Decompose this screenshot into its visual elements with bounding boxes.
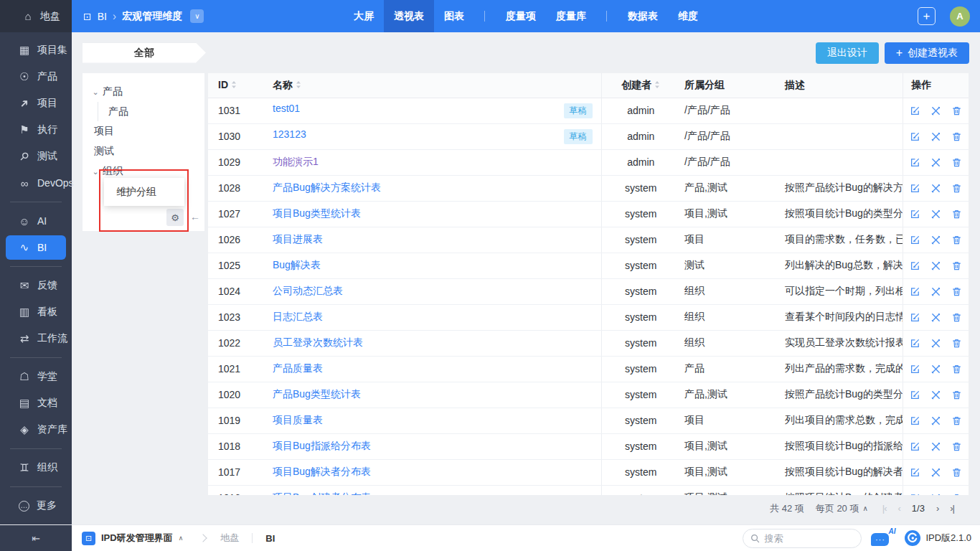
tree-item-project[interactable]: 项目 xyxy=(83,121,204,141)
pivot-name-link[interactable]: 项目质量表 xyxy=(273,414,323,425)
pivot-name-link[interactable]: test01 xyxy=(273,103,300,114)
delete-trash-icon[interactable] xyxy=(951,286,962,297)
next-page-button[interactable]: › xyxy=(936,503,938,514)
design-icon[interactable] xyxy=(930,286,941,297)
dimension-dropdown-button[interactable]: ∨ xyxy=(190,9,204,23)
search-input[interactable] xyxy=(764,533,850,544)
edit-icon[interactable] xyxy=(910,493,920,495)
search-box[interactable] xyxy=(743,529,862,548)
design-icon[interactable] xyxy=(930,338,941,349)
tab-all-groups[interactable]: 全部 xyxy=(83,43,206,63)
first-page-button[interactable]: |‹ xyxy=(882,503,887,514)
sidebar-item-feedback[interactable]: ✉ 反馈 xyxy=(6,273,66,298)
tab-metric-item[interactable]: 度量项 xyxy=(496,0,546,32)
design-icon[interactable] xyxy=(930,467,941,478)
pivot-name-link[interactable]: 项目Bug类型统计表 xyxy=(273,207,361,219)
pivot-name-link[interactable]: Bug解决表 xyxy=(273,259,321,270)
edit-icon[interactable] xyxy=(910,286,920,297)
tab-metric-lib[interactable]: 度量库 xyxy=(546,0,596,32)
sidebar-item-workflow[interactable]: ⇄ 工作流 xyxy=(6,326,66,351)
design-icon[interactable] xyxy=(930,415,941,426)
design-icon[interactable] xyxy=(930,183,941,194)
tab-dashboard-screen[interactable]: 大屏 xyxy=(344,0,384,32)
tree-item-product-child[interactable]: 产品 xyxy=(98,102,204,121)
delete-trash-icon[interactable] xyxy=(951,441,962,452)
delete-trash-icon[interactable] xyxy=(951,157,962,168)
edit-icon[interactable] xyxy=(910,467,920,478)
edit-icon[interactable] xyxy=(910,390,920,400)
sidebar-collapse-button[interactable]: ⇤ xyxy=(0,525,72,551)
create-pivot-button[interactable]: + 创建透视表 xyxy=(885,42,969,64)
pivot-name-link[interactable]: 项目Bug指派给分布表 xyxy=(273,440,371,451)
pivot-name-link[interactable]: 产品Bug解决方案统计表 xyxy=(273,182,381,193)
edit-icon[interactable] xyxy=(910,105,920,116)
delete-trash-icon[interactable] xyxy=(951,467,962,478)
sidebar-item-devops[interactable]: ∞ DevOps xyxy=(6,171,66,195)
design-icon[interactable] xyxy=(930,441,941,452)
sidebar-item-execution[interactable]: ⚑ 执行 xyxy=(6,118,66,142)
prev-page-button[interactable]: ‹ xyxy=(898,503,900,514)
column-header-id[interactable]: ID xyxy=(208,73,264,98)
delete-trash-icon[interactable] xyxy=(951,364,962,375)
design-icon[interactable] xyxy=(930,131,941,142)
design-icon[interactable] xyxy=(930,390,941,400)
edit-icon[interactable] xyxy=(910,415,920,426)
delete-trash-icon[interactable] xyxy=(951,183,962,194)
pivot-name-link[interactable]: 项目Bug创建者分布表 xyxy=(273,491,371,495)
delete-trash-icon[interactable] xyxy=(951,105,962,116)
edit-icon[interactable] xyxy=(910,209,920,220)
sidebar-item-kanban[interactable]: ▥ 看板 xyxy=(6,300,66,324)
sidebar-item-product[interactable]: ☉ 产品 xyxy=(6,65,66,89)
sidebar-item-qa[interactable]: ⚲ 测试 xyxy=(6,144,66,169)
design-icon[interactable] xyxy=(930,235,941,245)
delete-trash-icon[interactable] xyxy=(951,390,962,400)
exit-design-button[interactable]: 退出设计 xyxy=(816,42,879,64)
last-page-button[interactable]: ›| xyxy=(950,503,954,514)
edit-icon[interactable] xyxy=(910,364,920,375)
workspace-switcher[interactable]: IPD研发管理界面 xyxy=(101,532,173,545)
design-icon[interactable] xyxy=(930,312,941,323)
pivot-name-link[interactable]: 产品Bug类型统计表 xyxy=(273,388,361,400)
pivot-name-link[interactable]: 员工登录次数统计表 xyxy=(273,336,363,348)
pivot-name-link[interactable]: 功能演示1 xyxy=(273,156,319,167)
design-icon[interactable] xyxy=(930,364,941,375)
sidebar-item-assets[interactable]: ◈ 资产库 xyxy=(6,418,66,442)
edit-icon[interactable] xyxy=(910,157,920,168)
delete-trash-icon[interactable] xyxy=(951,493,962,495)
add-button[interactable]: + xyxy=(918,7,936,25)
delete-trash-icon[interactable] xyxy=(951,415,962,426)
pivot-name-link[interactable]: 123123 xyxy=(273,128,306,140)
edit-icon[interactable] xyxy=(910,312,920,323)
sidebar-item-school[interactable]: ☖ 学堂 xyxy=(6,364,66,389)
sidebar-item-program-set[interactable]: ▦ 项目集 xyxy=(6,38,66,62)
delete-trash-icon[interactable] xyxy=(951,312,962,323)
design-icon[interactable] xyxy=(930,493,941,495)
edit-icon[interactable] xyxy=(910,441,920,452)
tree-item-product[interactable]: ⌄ 产品 xyxy=(83,82,204,102)
design-icon[interactable] xyxy=(930,209,941,220)
pivot-name-link[interactable]: 公司动态汇总表 xyxy=(273,285,343,296)
edit-icon[interactable] xyxy=(910,338,920,349)
tab-dimension[interactable]: 维度 xyxy=(668,0,708,32)
workspace-app-icon[interactable]: ⊡ xyxy=(82,532,95,545)
sidebar-item-bi[interactable]: ∿ BI xyxy=(6,235,66,260)
per-page-selector[interactable]: 每页 20 项 ∧ xyxy=(816,502,868,515)
pivot-name-link[interactable]: 项目进展表 xyxy=(273,233,323,245)
bottombar-site-link[interactable]: 地盘 xyxy=(220,532,239,545)
tab-chart[interactable]: 图表 xyxy=(434,0,474,32)
sidebar-item-home[interactable]: ⌂ 地盘 xyxy=(0,0,72,32)
panel-collapse-icon[interactable]: ← xyxy=(190,211,200,222)
pivot-name-link[interactable]: 日志汇总表 xyxy=(273,311,323,322)
column-header-name[interactable]: 名称 xyxy=(264,73,601,98)
tab-data-table[interactable]: 数据表 xyxy=(618,0,668,32)
design-icon[interactable] xyxy=(930,260,941,271)
edit-icon[interactable] xyxy=(910,183,920,194)
delete-trash-icon[interactable] xyxy=(951,338,962,349)
edit-icon[interactable] xyxy=(910,131,920,142)
maintain-group-menu-item[interactable]: 维护分组 xyxy=(104,178,184,206)
delete-trash-icon[interactable] xyxy=(951,260,962,271)
maintain-group-gear-button[interactable]: ⚙ xyxy=(166,209,184,226)
avatar[interactable]: A xyxy=(950,6,970,27)
tab-pivot-table[interactable]: 透视表 xyxy=(384,0,434,32)
pivot-name-link[interactable]: 项目Bug解决者分布表 xyxy=(273,466,371,477)
